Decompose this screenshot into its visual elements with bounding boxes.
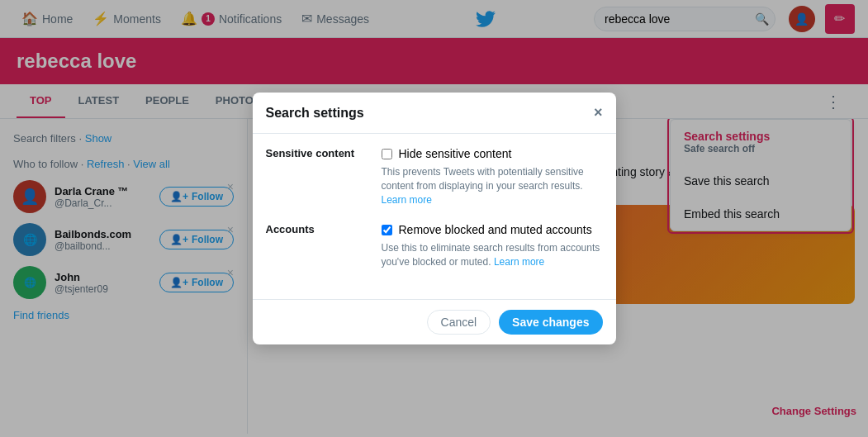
sensitive-desc: This prevents Tweets with potentially se…	[382, 165, 603, 207]
accounts-body: Remove blocked and muted accounts Use th…	[382, 223, 603, 269]
accounts-row: Accounts Remove blocked and muted accoun…	[266, 223, 603, 269]
modal-header: Search settings ×	[253, 93, 616, 134]
modal-close-button[interactable]: ×	[594, 104, 603, 121]
cancel-button[interactable]: Cancel	[427, 310, 491, 335]
sensitive-section-title: Sensitive content	[266, 147, 365, 207]
hide-sensitive-row: Hide sensitive content	[382, 147, 603, 160]
accounts-section: Accounts Remove blocked and muted accoun…	[266, 223, 603, 269]
save-changes-button[interactable]: Save changes	[499, 310, 602, 335]
modal-title: Search settings	[266, 106, 364, 121]
learn-more-link-1[interactable]: Learn more	[382, 194, 432, 206]
remove-blocked-row: Remove blocked and muted accounts	[382, 223, 603, 236]
accounts-section-title: Accounts	[266, 223, 365, 269]
modal-body: Sensitive content Hide sensitive content…	[253, 134, 616, 299]
search-settings-modal: Search settings × Sensitive content Hide…	[253, 93, 616, 344]
hide-sensitive-checkbox[interactable]	[382, 149, 392, 159]
sensitive-content-body: Hide sensitive content This prevents Twe…	[382, 147, 603, 207]
learn-more-link-2[interactable]: Learn more	[494, 256, 544, 268]
modal-footer: Cancel Save changes	[253, 299, 616, 344]
sensitive-content-section: Sensitive content Hide sensitive content…	[266, 147, 603, 207]
remove-blocked-checkbox[interactable]	[382, 225, 392, 235]
accounts-desc: Use this to eliminate search results fro…	[382, 241, 603, 269]
sensitive-content-row: Sensitive content Hide sensitive content…	[266, 147, 603, 207]
modal-overlay[interactable]: Search settings × Sensitive content Hide…	[0, 0, 868, 437]
